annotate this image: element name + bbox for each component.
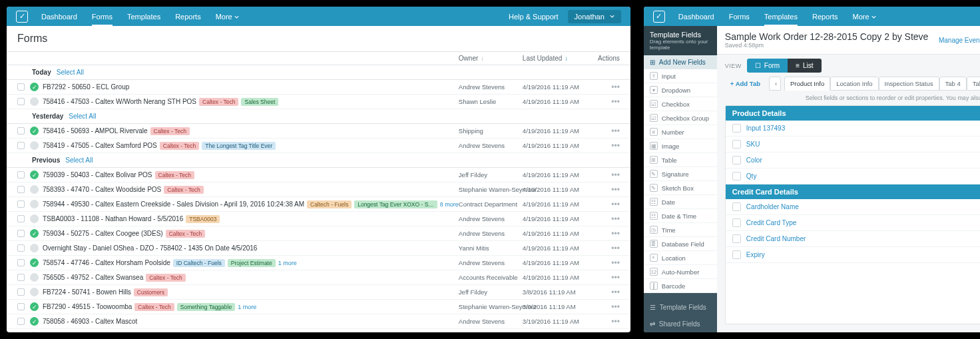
manage-events-link[interactable]: Manage Events [932,33,980,47]
col-owner[interactable]: Owner↓ [459,55,523,62]
row-actions[interactable]: ••• [596,273,620,282]
row-actions[interactable]: ••• [596,244,620,253]
row-checkbox[interactable] [17,127,25,135]
select-all-link[interactable]: Select All [69,113,96,120]
field-checkbox[interactable] [732,218,741,227]
nav-templates[interactable]: Templates [764,7,798,26]
row-actions[interactable]: ••• [596,185,620,194]
shared-fields-link[interactable]: ⇄Shared Fields [644,316,717,332]
more-tags[interactable]: 1 more [238,304,256,310]
field-row[interactable]: Cardholder Name [726,199,980,215]
field-row[interactable]: SKU [726,137,980,153]
field-type-sketch-box[interactable]: ✎Sketch Box [644,181,717,195]
nav-dashboard[interactable]: Dashboard [41,7,77,26]
field-row[interactable]: Qty [726,169,980,184]
table-row[interactable]: 758416 - 47503 - Caltex W/Worth Nerang S… [7,95,630,109]
field-type-auto-number[interactable]: 12Auto-Number [644,265,717,279]
tab-inspection-status[interactable]: Inspection Status [879,77,939,91]
field-checkbox[interactable] [732,234,741,243]
row-checkbox[interactable] [17,244,25,252]
col-updated[interactable]: Last Updated↓ [523,55,596,62]
field-type-time[interactable]: ◷Time [644,223,717,237]
field-checkbox[interactable] [732,172,741,180]
view-list-button[interactable]: ≡List [788,59,821,73]
nav-dashboard[interactable]: Dashboard [678,7,714,26]
field-row[interactable]: Credit Card Type [726,215,980,231]
nav-more[interactable]: More [853,7,876,26]
table-row[interactable]: FB7224 - 50741 - Bowen HillsCustomersJef… [7,285,630,300]
section-header[interactable]: Product Details [726,106,980,121]
row-actions[interactable]: ••• [596,288,620,297]
row-actions[interactable]: ••• [596,229,620,238]
row-checkbox[interactable] [17,288,25,296]
tab-location-info[interactable]: Location Info [830,77,878,91]
field-type-date-time[interactable]: ☷Date & Time [644,209,717,223]
table-row[interactable]: 758419 - 47505 - Caltex Samford POSCalte… [7,139,630,153]
field-type-location[interactable]: ⌖Location [644,251,717,265]
field-row[interactable]: Expiry [726,247,980,263]
row-actions[interactable]: ••• [596,127,620,136]
nav-forms[interactable]: Forms [729,7,750,26]
field-type-table[interactable]: ⊞Table [644,153,717,167]
row-checkbox[interactable] [17,200,25,208]
field-checkbox[interactable] [732,124,741,133]
field-type-input[interactable]: TInput [644,69,717,83]
row-actions[interactable]: ••• [596,317,620,326]
row-actions[interactable]: ••• [596,170,620,180]
field-type-number[interactable]: #Number [644,125,717,139]
row-checkbox[interactable] [17,83,25,91]
table-row[interactable]: ✓758416 - 50693 - AMPOL RivervaleCaltex … [7,124,630,139]
field-row[interactable]: Input 137493 [726,121,980,137]
select-all-link[interactable]: Select All [57,69,84,76]
table-row[interactable]: ✓758058 - 46903 - Caltex MascotAndrew St… [7,314,630,329]
row-checkbox[interactable] [17,98,25,105]
field-type-checkbox-group[interactable]: ☑Checkbox Group [644,111,717,125]
row-checkbox[interactable] [17,186,25,193]
field-type-signature[interactable]: ✎Signature [644,167,717,181]
nav-reports[interactable]: Reports [175,7,201,26]
logo-icon[interactable]: ✓ [16,11,28,23]
row-actions[interactable]: ••• [596,258,620,268]
row-actions[interactable]: ••• [596,83,620,92]
field-type-checkbox[interactable]: ☑Checkbox [644,97,717,111]
tab-product-info[interactable]: Product Info [784,77,830,91]
table-row[interactable]: 758944 - 49530 - Caltex Eastern Creeksid… [7,197,630,212]
field-type-dropdown[interactable]: ▾Dropdown [644,83,717,97]
field-checkbox[interactable] [732,250,741,259]
select-all-link[interactable]: Select All [65,157,93,164]
nav-reports[interactable]: Reports [812,7,838,26]
more-tags[interactable]: 1 more [278,260,297,266]
tab-tab-[interactable]: Tab 4 [939,77,967,91]
field-type-image[interactable]: ▦Image [644,139,717,153]
row-checkbox[interactable] [17,230,25,237]
row-actions[interactable]: ••• [596,214,620,224]
field-checkbox[interactable] [732,156,741,165]
add-new-fields-button[interactable]: ⊞ Add New Fields [644,55,717,69]
nav-templates[interactable]: Templates [127,7,160,26]
user-menu[interactable]: Jonathan [568,10,621,23]
row-actions[interactable]: ••• [596,302,620,312]
nav-forms[interactable]: Forms [92,7,113,26]
add-tab-button[interactable]: + Add Tab [725,77,766,90]
row-actions[interactable]: ••• [596,200,620,209]
row-checkbox[interactable] [17,142,25,149]
section-header[interactable]: Credit Card Details [726,184,980,199]
field-row[interactable]: Color [726,153,980,169]
field-checkbox[interactable] [732,140,741,149]
logo-icon[interactable]: ✓ [653,11,665,23]
table-row[interactable]: ✓FB7292 - 50650 - ECL GroupAndrew Steven… [7,80,630,95]
field-type-database-field[interactable]: ≣Database Field [644,237,717,251]
table-row[interactable]: Overnight Stay - Daniel OShea - DZO - 75… [7,241,630,256]
table-row[interactable]: FE4014 - 50736 - NarrabeenAndrew Stevens… [7,329,630,332]
table-row[interactable]: ✓758574 - 47746 - Caltex Horsham Poolsid… [7,256,630,270]
row-actions[interactable]: ••• [596,141,620,151]
view-form-button[interactable]: ☐Form [747,59,788,73]
field-checkbox[interactable] [732,202,741,211]
table-row[interactable]: ✓FB7290 - 49515 - ToowoombaCaltex - Tech… [7,300,630,314]
table-row[interactable]: TSBA0003 - 11108 - Nathan Howard - 5/5/2… [7,212,630,226]
field-type-date[interactable]: ☷Date [644,195,717,209]
table-row[interactable]: ✓759034 - 50275 - Caltex Coogee (3DES)Ca… [7,226,630,241]
table-row[interactable]: ✓759039 - 50403 - Caltex Bolivar POSCalt… [7,168,630,182]
table-row[interactable]: 756505 - 49752 - Caltex SwanseaCaltex - … [7,270,630,285]
field-row[interactable]: Credit Card Number [726,231,980,247]
